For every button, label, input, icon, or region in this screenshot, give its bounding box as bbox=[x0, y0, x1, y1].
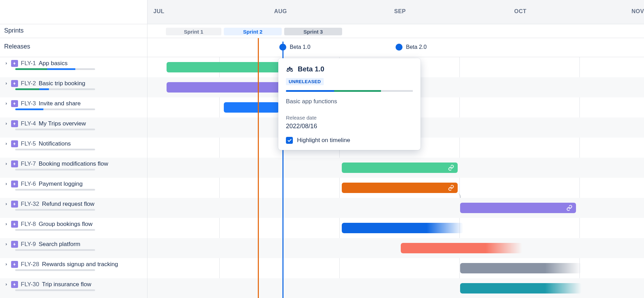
month-label: JUL bbox=[153, 8, 164, 15]
epic-timeline-bar[interactable] bbox=[401, 243, 522, 253]
progress-segment bbox=[15, 229, 75, 231]
epic-summary[interactable]: Basic trip booking bbox=[39, 80, 85, 87]
dependency-link-icon[interactable] bbox=[448, 165, 454, 171]
epic-key[interactable]: FLY-28 bbox=[21, 261, 39, 268]
progress-segment bbox=[286, 90, 334, 92]
epic-timeline-bar[interactable] bbox=[460, 263, 582, 273]
epic-title-line: FLY-2Basic trip booking bbox=[4, 80, 143, 87]
epic-summary[interactable]: Payment logging bbox=[39, 181, 83, 187]
release-label: Beta 1.0 bbox=[290, 44, 311, 50]
expand-chevron-icon[interactable] bbox=[4, 263, 8, 266]
release-marker[interactable]: Beta 2.0 bbox=[396, 44, 427, 51]
expand-chevron-icon[interactable] bbox=[4, 243, 8, 246]
progress-segment bbox=[39, 88, 49, 90]
epic-summary[interactable]: App basics bbox=[39, 60, 67, 67]
epic-summary[interactable]: Booking modifications flow bbox=[39, 160, 108, 167]
epic-key[interactable]: FLY-6 bbox=[21, 181, 36, 187]
epic-left-cell: FLY-3Invite and share bbox=[0, 97, 147, 117]
epic-key[interactable]: FLY-8 bbox=[21, 221, 36, 228]
epic-timeline-bar[interactable] bbox=[460, 283, 582, 293]
epic-type-icon bbox=[11, 281, 18, 288]
sprints-header: Sprints bbox=[0, 24, 147, 38]
epic-summary[interactable]: Invite and share bbox=[39, 100, 80, 107]
today-marker-line bbox=[258, 38, 259, 298]
expand-chevron-icon[interactable] bbox=[4, 202, 8, 206]
epic-title-line: FLY-6Payment logging bbox=[4, 181, 143, 187]
epic-summary[interactable]: Trip insurance flow bbox=[42, 281, 91, 288]
progress-segment bbox=[15, 88, 39, 90]
epic-type-icon bbox=[11, 80, 18, 87]
epic-key[interactable]: FLY-30 bbox=[21, 281, 39, 288]
progress-segment bbox=[381, 90, 413, 92]
epic-key[interactable]: FLY-1 bbox=[21, 60, 36, 67]
epic-timeline-bar[interactable] bbox=[460, 203, 576, 213]
epic-timeline-bar[interactable] bbox=[342, 223, 463, 233]
dependency-link-icon[interactable] bbox=[566, 205, 573, 211]
expand-chevron-icon[interactable] bbox=[4, 182, 8, 186]
epic-timeline-bar[interactable] bbox=[224, 102, 279, 113]
epic-summary[interactable]: Rewards signup and tracking bbox=[42, 261, 118, 268]
epic-key[interactable]: FLY-2 bbox=[21, 80, 36, 87]
epic-type-icon bbox=[11, 140, 18, 147]
ship-icon bbox=[286, 65, 294, 73]
epic-row: FLY-9Search platform bbox=[0, 238, 644, 258]
expand-chevron-icon[interactable] bbox=[4, 102, 8, 105]
expand-chevron-icon[interactable] bbox=[4, 283, 8, 286]
release-dot-icon bbox=[396, 44, 402, 51]
expand-chevron-icon[interactable] bbox=[4, 162, 8, 166]
epic-summary[interactable]: Refund request flow bbox=[42, 201, 94, 208]
epic-type-icon bbox=[11, 241, 18, 248]
epic-title-line: FLY-5Notifications bbox=[4, 140, 143, 147]
releases-row: Releases Beta 1.0 Beta 2.0 bbox=[0, 38, 644, 57]
epic-row: FLY-30Trip insurance flow bbox=[0, 278, 644, 298]
expand-chevron-icon[interactable] bbox=[4, 82, 8, 85]
expand-chevron-icon[interactable] bbox=[4, 62, 8, 65]
epic-key[interactable]: FLY-3 bbox=[21, 100, 36, 107]
epic-summary[interactable]: Group bookings flow bbox=[39, 221, 92, 228]
epic-progress-bar bbox=[15, 149, 95, 150]
progress-segment bbox=[15, 129, 75, 130]
epic-key[interactable]: FLY-9 bbox=[21, 241, 36, 248]
epic-summary[interactable]: Notifications bbox=[39, 140, 71, 147]
sprint-pill[interactable]: Sprint 1 bbox=[166, 28, 221, 35]
month-label: NOV bbox=[632, 8, 644, 15]
epic-summary[interactable]: My Trips overview bbox=[39, 120, 86, 127]
progress-segment bbox=[47, 68, 75, 70]
expand-chevron-icon[interactable] bbox=[4, 142, 8, 146]
epic-title-line: FLY-28Rewards signup and tracking bbox=[4, 261, 143, 268]
epic-progress-bar bbox=[15, 108, 95, 110]
epic-title-line: FLY-8Group bookings flow bbox=[4, 221, 143, 228]
epic-key[interactable]: FLY-32 bbox=[21, 201, 39, 208]
sprint-pill[interactable]: Sprint 2 bbox=[224, 28, 282, 35]
header-left-corner bbox=[0, 0, 147, 24]
epic-progress-bar bbox=[15, 289, 95, 291]
epic-title-line: FLY-4My Trips overview bbox=[4, 120, 143, 127]
release-label: Beta 2.0 bbox=[406, 44, 427, 50]
epic-timeline-bar[interactable] bbox=[342, 183, 458, 193]
epic-progress-bar bbox=[15, 88, 95, 90]
epic-timeline-bar[interactable] bbox=[342, 163, 458, 173]
epic-left-cell: FLY-1App basics bbox=[0, 57, 147, 77]
sprint-pill[interactable]: Sprint 3 bbox=[284, 28, 342, 35]
epic-left-cell: FLY-28Rewards signup and tracking bbox=[0, 258, 147, 278]
expand-chevron-icon[interactable] bbox=[4, 122, 8, 125]
epic-summary[interactable]: Search platform bbox=[39, 241, 80, 248]
epic-progress-bar bbox=[15, 209, 95, 211]
epic-key[interactable]: FLY-7 bbox=[21, 160, 36, 167]
roadmap-view: JUL AUG SEP OCT NOV Sprints Sprint 1 Spr… bbox=[0, 0, 644, 298]
progress-segment bbox=[15, 108, 43, 110]
release-marker[interactable]: Beta 1.0 bbox=[279, 44, 311, 51]
epic-key[interactable]: FLY-4 bbox=[21, 120, 36, 127]
expand-chevron-icon[interactable] bbox=[4, 222, 8, 226]
highlight-checkbox[interactable] bbox=[286, 137, 293, 144]
dependency-link-icon[interactable] bbox=[448, 185, 454, 191]
epic-type-icon bbox=[11, 120, 18, 127]
epic-key[interactable]: FLY-5 bbox=[21, 140, 36, 147]
epic-type-icon bbox=[11, 221, 18, 228]
popover-title: Beta 1.0 bbox=[298, 65, 324, 73]
release-popover: Beta 1.0 UNRELEASED Basic app functions … bbox=[278, 58, 421, 150]
epic-type-icon bbox=[11, 100, 18, 107]
progress-segment bbox=[15, 209, 75, 211]
highlight-checkbox-label: Highlight on timeline bbox=[297, 137, 350, 144]
epic-type-icon bbox=[11, 181, 18, 187]
